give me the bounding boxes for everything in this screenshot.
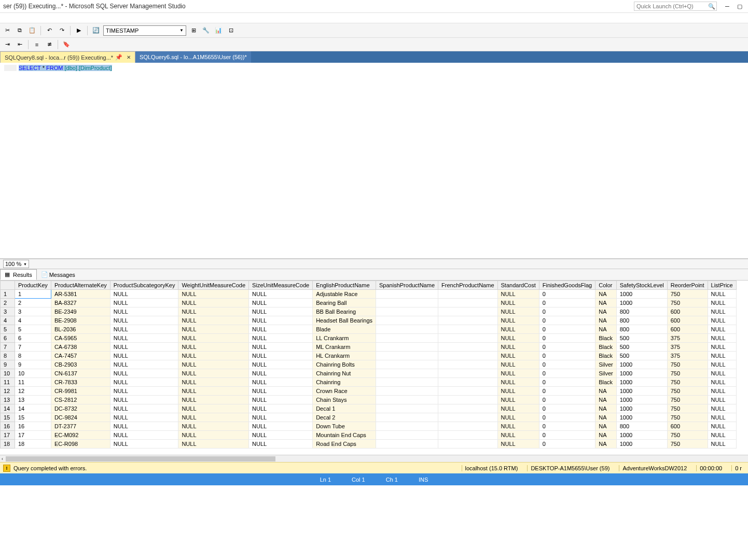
table-cell[interactable]: 0 [539,431,595,440]
table-cell[interactable]: NULL [497,334,539,343]
table-cell[interactable] [376,413,438,422]
table-cell[interactable]: NULL [249,396,313,404]
table-cell[interactable]: Black [595,352,617,360]
column-header[interactable]: ListPrice [708,281,736,290]
table-cell[interactable]: BL-2036 [51,325,110,334]
debug-icon[interactable]: 🔄 [91,25,101,36]
table-cell[interactable]: 800 [616,316,667,325]
table-cell[interactable]: 500 [616,334,667,343]
table-cell[interactable]: NULL [249,360,313,369]
table-cell[interactable]: 11 [15,378,51,387]
table-cell[interactable]: 375 [667,352,708,360]
table-cell[interactable]: CR-7833 [51,378,110,387]
table-cell[interactable]: 750 [667,369,708,378]
table-cell[interactable]: NULL [497,299,539,307]
table-cell[interactable]: NULL [708,404,736,413]
table-cell[interactable]: NULL [110,440,178,449]
table-cell[interactable]: AR-5381 [51,290,110,299]
table-cell[interactable]: HL Crankarm [313,352,376,360]
table-cell[interactable]: NULL [497,404,539,413]
table-cell[interactable]: Chainring Bolts [313,360,376,369]
table-cell[interactable]: NULL [178,378,249,387]
outdent-icon[interactable]: ⇤ [15,39,25,50]
table-cell[interactable] [438,378,498,387]
table-cell[interactable]: NULL [249,290,313,299]
table-cell[interactable]: EC-M092 [51,431,110,440]
table-cell[interactable]: NULL [497,307,539,316]
table-cell[interactable]: NULL [110,387,178,396]
table-cell[interactable]: 8 [15,352,51,360]
table-cell[interactable]: NULL [708,307,736,316]
table-row[interactable]: 11AR-5381NULLNULLNULLAdjustable RaceNULL… [1,290,737,299]
table-cell[interactable]: 375 [667,343,708,352]
table-cell[interactable]: 750 [667,378,708,387]
table-cell[interactable]: NA [595,404,617,413]
table-cell[interactable]: NULL [708,440,736,449]
table-row[interactable]: 1616DT-2377NULLNULLNULLDown TubeNULL0NA8… [1,422,737,431]
table-cell[interactable]: BB Ball Bearing [313,307,376,316]
table-cell[interactable]: Blade [313,325,376,334]
table-cell[interactable]: NULL [110,431,178,440]
maximize-button[interactable]: ▢ [735,2,745,11]
column-header[interactable]: FinishedGoodsFlag [539,281,595,290]
results-icon[interactable]: ⊡ [226,25,236,36]
table-cell[interactable]: NULL [249,440,313,449]
table-cell[interactable]: NULL [110,316,178,325]
table-cell[interactable]: Crown Race [313,387,376,396]
table-cell[interactable] [438,404,498,413]
table-cell[interactable]: 1000 [616,413,667,422]
table-cell[interactable]: NA [595,299,617,307]
paste-icon[interactable]: 📋 [27,25,37,36]
table-cell[interactable]: NULL [497,360,539,369]
table-cell[interactable]: 10 [15,369,51,378]
table-cell[interactable] [438,396,498,404]
wrench-icon[interactable]: 🔧 [201,25,211,36]
table-cell[interactable]: 800 [616,422,667,431]
table-cell[interactable]: NA [595,396,617,404]
column-header[interactable]: Color [595,281,617,290]
table-cell[interactable]: 1000 [616,290,667,299]
table-cell[interactable]: 18 [15,440,51,449]
table-cell[interactable]: 1000 [616,360,667,369]
table-cell[interactable]: 0 [539,307,595,316]
table-cell[interactable]: 800 [616,325,667,334]
table-cell[interactable] [438,316,498,325]
table-cell[interactable]: DC-9824 [51,413,110,422]
row-number[interactable]: 11 [1,378,15,387]
table-cell[interactable]: Mountain End Caps [313,431,376,440]
row-number[interactable]: 1 [1,290,15,299]
table-cell[interactable]: NULL [249,334,313,343]
column-header[interactable]: ProductAlternateKey [51,281,110,290]
sql-editor[interactable]: SELECT * FROM [dbo].[DimProduct] [0,63,748,259]
table-cell[interactable]: 1000 [616,431,667,440]
table-cell[interactable]: 750 [667,290,708,299]
table-cell[interactable]: NULL [110,299,178,307]
table-cell[interactable]: DT-2377 [51,422,110,431]
table-cell[interactable]: EC-R098 [51,440,110,449]
table-cell[interactable]: NULL [249,343,313,352]
table-cell[interactable]: 750 [667,404,708,413]
table-cell[interactable]: NULL [178,431,249,440]
row-number[interactable]: 7 [1,343,15,352]
table-cell[interactable]: 0 [539,290,595,299]
row-number[interactable]: 2 [1,299,15,307]
table-cell[interactable]: 600 [667,325,708,334]
table-cell[interactable]: 0 [539,352,595,360]
table-cell[interactable]: 600 [667,422,708,431]
table-cell[interactable]: NULL [708,431,736,440]
table-cell[interactable]: 14 [15,404,51,413]
table-cell[interactable]: Black [595,378,617,387]
table-cell[interactable]: 500 [616,352,667,360]
column-header[interactable]: FrenchProductName [438,281,498,290]
table-cell[interactable]: NULL [497,343,539,352]
table-cell[interactable] [376,396,438,404]
table-row[interactable]: 44BE-2908NULLNULLNULLHeadset Ball Bearin… [1,316,737,325]
table-cell[interactable]: 1000 [616,387,667,396]
table-row[interactable]: 1717EC-M092NULLNULLNULLMountain End Caps… [1,431,737,440]
column-header[interactable]: EnglishProductName [313,281,376,290]
table-cell[interactable]: NULL [497,387,539,396]
table-cell[interactable]: NULL [708,422,736,431]
results-grid[interactable]: ProductKeyProductAlternateKeyProductSubc… [0,281,748,455]
table-cell[interactable]: 750 [667,413,708,422]
table-cell[interactable] [438,360,498,369]
